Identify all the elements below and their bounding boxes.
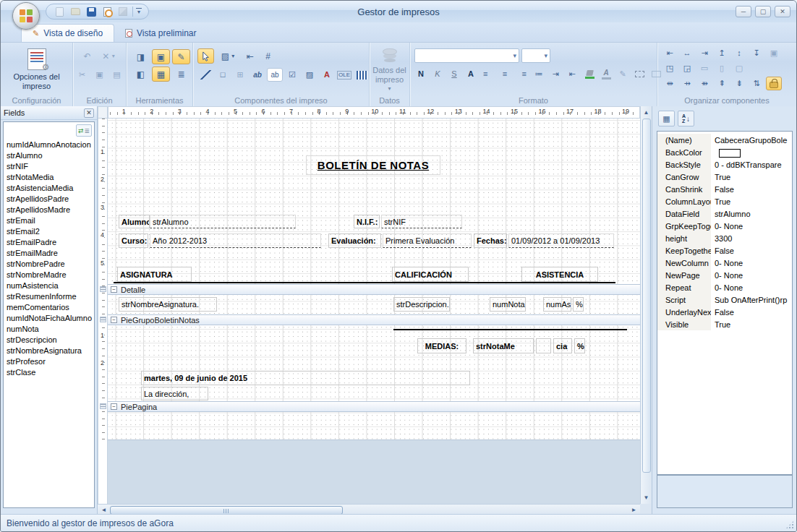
property-row[interactable]: height 3300 (657, 232, 792, 244)
bold-button[interactable]: N (413, 67, 429, 81)
vertical-scrollbar[interactable]: ▲ ▼ (640, 106, 652, 504)
nif-field[interactable]: strNIF (381, 215, 462, 228)
medias-spacer-box[interactable] (536, 338, 551, 353)
tab-vista-diseno[interactable]: ✎ Vista de diseño (21, 24, 114, 42)
qat-customize-button[interactable]: ▾ (136, 8, 142, 15)
lock-components-button[interactable] (766, 77, 782, 90)
property-value[interactable]: 0 - ddBKTranspare (711, 160, 792, 169)
property-row[interactable]: ColumnLayou True (657, 195, 792, 207)
medias-percent-label[interactable]: % (574, 338, 585, 353)
font-color-button[interactable]: A (598, 67, 614, 81)
maximize-button[interactable]: ▢ (755, 6, 771, 17)
report-title-label[interactable]: BOLETÍN DE NOTAS (306, 155, 440, 175)
field-item[interactable]: strResumenInforme (7, 291, 93, 302)
curso-label[interactable]: Curso: (119, 233, 148, 248)
field-item[interactable]: strAlumno (7, 150, 93, 161)
detail-asistencia-field[interactable]: numAs (543, 297, 571, 312)
field-item[interactable]: strProfesor (7, 356, 93, 367)
property-row[interactable]: CanShrink False (657, 183, 792, 195)
rectangle-tool-button[interactable]: □ (215, 68, 231, 82)
vertical-scroll-thumb[interactable] (642, 119, 651, 473)
align-rights-button[interactable]: ⇥ (696, 46, 712, 60)
cut-button[interactable]: ✂ (74, 68, 90, 82)
categorized-view-button[interactable]: ▦ (658, 111, 675, 126)
align-tops-button[interactable]: ↥ (714, 46, 730, 60)
field-item[interactable]: strEmailPadre (7, 237, 93, 248)
ole-tool-button[interactable]: OLE (336, 68, 352, 82)
section-resize-grip[interactable] (100, 286, 106, 292)
design-surface[interactable]: BOLETÍN DE NOTAS Alumno: strAlumno N.I.F… (108, 119, 640, 504)
medias-cia-field[interactable]: cia (553, 338, 572, 353)
alumno-field[interactable]: strAlumno (150, 215, 296, 228)
footer-date-field[interactable]: martes, 09 de junio de 2015 (141, 371, 470, 385)
font-name-combobox[interactable]: ▾ (414, 48, 519, 63)
richtext-tool-button[interactable]: A (319, 68, 335, 82)
section-resize-grip[interactable] (100, 317, 106, 322)
print-preview-button[interactable] (101, 5, 114, 18)
collapse-icon[interactable]: − (111, 403, 117, 410)
italic-button[interactable]: K (430, 67, 446, 81)
property-row[interactable]: UnderlayNext False (657, 306, 792, 318)
line-tool-button[interactable] (197, 68, 213, 82)
column-header-calificacion[interactable]: CALIFICACIÓN (392, 267, 469, 282)
scroll-up-icon[interactable]: ▲ (641, 108, 652, 117)
preview-panel-button[interactable]: ◧ (132, 66, 150, 82)
explorer-panel-button[interactable]: ◨ (132, 49, 150, 64)
outline-button[interactable]: ≣ (172, 66, 190, 82)
column-header-asignatura[interactable]: ASIGNATURA (117, 267, 192, 282)
align-left-button[interactable]: ≡ (480, 67, 496, 81)
close-button[interactable]: ✕ (775, 6, 790, 17)
font-size-combobox[interactable]: ▾ (521, 48, 550, 63)
table-tool-button[interactable]: ⊞ (232, 68, 248, 82)
open-button[interactable] (69, 5, 82, 18)
field-item[interactable]: numIdAlumnoAnotacion (7, 140, 93, 150)
save-button[interactable] (85, 5, 98, 18)
barcode-tool-button[interactable] (354, 68, 370, 82)
delete-button[interactable]: ✕ ▾ (97, 48, 120, 64)
page-number-button[interactable]: # (260, 48, 276, 64)
property-value[interactable]: strAlumno (711, 210, 792, 218)
evaluacion-field[interactable]: Primera Evaluación (383, 233, 472, 248)
decrease-vspacing-button[interactable]: ⇅ (749, 77, 764, 90)
field-align-button[interactable]: ⇤ (242, 48, 258, 64)
field-item[interactable]: strClase (7, 367, 93, 378)
property-row[interactable]: NewPage 0- None (657, 269, 792, 281)
refresh-fields-button[interactable]: ⇄≣ (76, 124, 92, 137)
property-row[interactable]: GrpKeepToge 0- None (657, 220, 792, 232)
align-right-button[interactable]: ≡ (513, 67, 529, 81)
properties-panel-button[interactable]: ✎ (172, 49, 190, 64)
field-item[interactable]: strEmail2 (7, 226, 93, 237)
export-button[interactable] (116, 5, 129, 18)
property-row[interactable]: DataField strAlumno (657, 207, 792, 220)
field-item[interactable]: strNotaMedia (7, 172, 93, 183)
highlight-button[interactable]: ✎ (615, 67, 631, 81)
field-item[interactable]: strEmailMadre (7, 248, 93, 259)
new-button[interactable] (53, 5, 66, 18)
field-item[interactable]: numNota (7, 324, 93, 335)
fields-panel-button[interactable]: ▣ (152, 49, 170, 64)
detail-descripcion-field[interactable]: strDescripcion. (393, 297, 450, 312)
scroll-down-icon[interactable]: ▼ (641, 493, 652, 502)
same-size-button[interactable]: ▢ (731, 61, 747, 75)
copy-button[interactable]: ▣ (92, 68, 108, 82)
fill-color-button[interactable] (581, 67, 597, 81)
nif-label[interactable]: N.I.F.: (354, 215, 380, 228)
property-row[interactable]: KeepTogethe False (657, 244, 792, 257)
alphabetical-sort-button[interactable]: AZ ↓ (678, 111, 694, 126)
increase-indent-button[interactable]: ⇥ (547, 67, 563, 81)
alumno-label[interactable]: Alumno: (119, 215, 150, 228)
align-middles-button[interactable]: ↕ (731, 46, 747, 60)
section-resize-grip[interactable] (100, 403, 106, 409)
datos-del-impreso-button[interactable]: Datos del impreso ▾ (371, 45, 409, 93)
show-grid-button[interactable]: ▦ (152, 66, 170, 82)
label-tool-button[interactable]: ab (250, 68, 265, 82)
textbox-tool-button[interactable]: ab (267, 68, 283, 82)
image-tool-button[interactable]: ▨ (302, 68, 317, 82)
field-item[interactable]: numAsistencia (7, 280, 93, 291)
increase-hspacing-button[interactable]: ⇸ (679, 77, 695, 90)
decrease-indent-button[interactable]: ⇤ (564, 67, 580, 81)
property-value[interactable]: False (711, 185, 792, 194)
section-bar-piegrupo[interactable]: − PieGrupoBoletinNotas (108, 314, 640, 325)
property-value[interactable]: 0- None (711, 259, 792, 267)
field-item[interactable]: strAsistenciaMedia (7, 183, 93, 194)
